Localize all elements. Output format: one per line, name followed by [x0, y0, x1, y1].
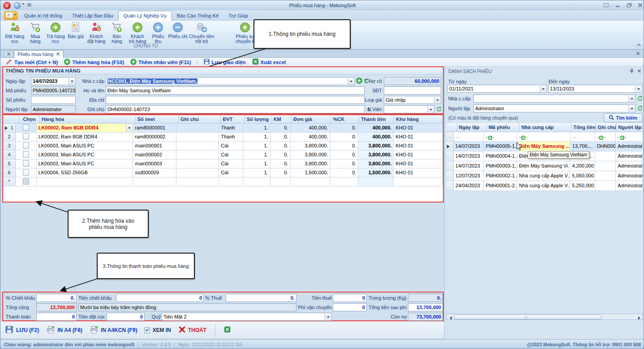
row-checkbox[interactable]: [23, 142, 29, 149]
minimize-button[interactable]: [613, 3, 622, 9]
panel-header-cell[interactable]: Tổng tiền: [571, 123, 596, 132]
new-button[interactable]: Tạo mới (Ctrl + N): [4, 58, 60, 66]
ribbon-item-1[interactable]: Đặt hàngncc: [4, 22, 26, 47]
preview-checkbox[interactable]: XEM IN: [144, 327, 171, 333]
add-staff-button[interactable]: Thêm nhân viên (F11): [129, 59, 193, 66]
row-checkbox[interactable]: [23, 151, 29, 158]
application-menu-button[interactable]: [4, 11, 17, 20]
ho-ten-input[interactable]: Điện Máy Samsung VietNam: [106, 86, 365, 95]
scroll-right-icon[interactable]: [638, 315, 642, 321]
item-row-5[interactable]: 5LK00003, Main ASUS PCmain000003Cái1.0.3…: [3, 159, 443, 168]
panel-header-cell[interactable]: Mã phiếu: [487, 123, 519, 132]
ribbon-item-5[interactable]: Kháchđặt hàng: [86, 22, 107, 47]
tong-sau-phi-input[interactable]: 13,700,000: [408, 303, 443, 311]
item-row-1[interactable]: 1LK00002, Ram 8GB DDR4ram80000001Thanh1.…: [3, 124, 443, 133]
item-row-3[interactable]: 3LK00003, Main ASUS PCmain000001Cái1.0.3…: [3, 142, 443, 151]
menu-tab-5[interactable]: Trợ Giúp: [223, 11, 253, 21]
grid-header-cell[interactable]: Hàng hóa: [40, 115, 136, 124]
phi-vc-input[interactable]: 0: [333, 303, 367, 311]
ghi-chu-input[interactable]: DHN00002-140723: [106, 105, 365, 113]
ribbon-item-11[interactable]: Phiếu xuchuyển k: [234, 22, 256, 47]
filter-cell[interactable]: aBc: [595, 132, 616, 142]
menu-tab-4[interactable]: Báo Cáo Thống Kê: [172, 11, 223, 21]
grid-header-cell[interactable]: %CK: [331, 115, 359, 124]
print-a4kcn-button[interactable]: IN A4KCN (F9): [90, 325, 137, 336]
filter-row[interactable]: ◦—aBcaBc—aBcaBc: [447, 132, 643, 142]
ribbon-item-2[interactable]: Mua hàng: [26, 22, 45, 47]
item-row-4[interactable]: 4LK00003, Main ASUS PCmain000002Cái1.0.3…: [3, 151, 443, 159]
grid-header-cell[interactable]: Số lượng: [245, 115, 272, 124]
combo-dropdown-icon[interactable]: [628, 105, 635, 112]
sdt-input[interactable]: [384, 86, 441, 95]
panel-nguoi-lap-combo[interactable]: Administrator: [473, 104, 635, 112]
item-row-6[interactable]: 6LK00004, SSD 256GBssd000009Cái1.0.1,500…: [3, 168, 443, 177]
fullscreen-button[interactable]: [601, 3, 610, 9]
horizontal-scrollbar[interactable]: [447, 314, 643, 320]
refresh-icon[interactable]: [637, 95, 643, 102]
filter-cell[interactable]: aBc: [517, 132, 570, 142]
orb-dropdown-icon[interactable]: [22, 5, 25, 10]
panel-header-cell[interactable]: Ngày lập: [457, 123, 487, 132]
menu-tab-3[interactable]: Quản Lý Nghiệp Vụ: [118, 11, 172, 21]
combo-dropdown-icon[interactable]: [325, 314, 331, 320]
date-dropdown-icon[interactable]: [540, 86, 546, 92]
pin-icon[interactable]: [629, 69, 634, 75]
pct-thue-input[interactable]: 0.: [226, 294, 296, 302]
filter-cell[interactable]: aBc: [616, 132, 643, 142]
quy-combo[interactable]: Tiền Mặt 2: [162, 313, 332, 321]
tab-scroll-button[interactable]: [4, 51, 13, 57]
loai-gia-combo[interactable]: Giá nhập: [384, 96, 441, 104]
voucher-row-1[interactable]: 14/07/2023PMH00005-1...Điện Máy Samsung …: [447, 142, 643, 151]
voucher-row-4[interactable]: 12/07/2023PMH00002-1...Nhà cung cấp Appl…: [447, 171, 643, 181]
voucher-row-5[interactable]: 24/04/2023PMH00001-2...Nhà cung cấp Appl…: [447, 181, 643, 191]
search-button[interactable]: Tìm kiếm: [604, 113, 642, 122]
combo-dropdown-icon[interactable]: [434, 97, 440, 103]
filter-cell[interactable]: ◦: [447, 132, 454, 142]
refresh-staff-icon[interactable]: [436, 106, 442, 112]
excel-button[interactable]: [224, 326, 231, 334]
grid-header-cell[interactable]: Số imei: [136, 115, 179, 124]
tien-coc-input[interactable]: 0: [107, 313, 145, 321]
panel-header-cell[interactable]: Nhà cung cấp: [519, 123, 571, 132]
grid-header-cell[interactable]: Kho hàng: [394, 115, 443, 124]
filter-cell[interactable]: —: [454, 132, 484, 142]
row-checkbox[interactable]: [23, 125, 29, 131]
app-logo-icon[interactable]: V: [3, 2, 11, 9]
panel-header-cell[interactable]: Ghi chú: [596, 123, 617, 132]
n-vien-combo[interactable]: [384, 105, 434, 113]
save-layout-button[interactable]: Lưu giao diện: [202, 58, 248, 66]
exit-button[interactable]: THOÁT: [178, 326, 206, 335]
ribbon-item-10[interactable]: Chuyển tiềnnội bộ: [188, 22, 215, 47]
thanh-toan-input[interactable]: 0: [36, 313, 77, 321]
date-dropdown-icon[interactable]: [635, 86, 641, 92]
combo-dropdown-icon[interactable]: [628, 95, 635, 102]
refresh-icon[interactable]: [637, 105, 643, 112]
voucher-row-3[interactable]: 14/07/2023PMH00003-1...Điện Máy Samsung …: [447, 161, 643, 171]
row-checkbox[interactable]: [23, 160, 29, 167]
tien-ck-input[interactable]: 0: [116, 294, 204, 302]
grid-header-cell[interactable]: ĐVT: [221, 115, 245, 124]
scroll-left-icon[interactable]: [448, 315, 452, 321]
menu-tab-2[interactable]: Thiết Lập Ban Đầu: [67, 11, 118, 21]
checkbox-checked-icon[interactable]: [144, 327, 150, 333]
tab-phieu-mua-hang[interactable]: Phiếu mua hàng: [14, 50, 64, 58]
tab-close-icon[interactable]: [56, 52, 60, 57]
panel-close-icon[interactable]: [637, 69, 641, 74]
item-row-2[interactable]: 2LK00002, Ram 8GB DDR4ram80000002Thanh1.…: [3, 133, 443, 142]
add-item-button[interactable]: Thêm hàng hóa (F10): [62, 59, 126, 66]
print-a4-button[interactable]: IN A4 (F6): [46, 325, 82, 336]
cell-dropdown-icon[interactable]: [126, 124, 132, 132]
den-ngay-input[interactable]: 13/11/2023: [548, 85, 642, 93]
ribbon-collapse-icon[interactable]: [636, 42, 641, 47]
filter-cell[interactable]: aBc: [484, 132, 517, 142]
nha-ccap-combo[interactable]: NCC001, Điện Máy Samsung VietNam,: [106, 77, 355, 85]
grid-header-cell[interactable]: Đơn giá: [292, 115, 331, 124]
grid-header-cell[interactable]: KM: [272, 115, 292, 124]
tien-thue-input[interactable]: 0: [333, 294, 367, 302]
grid-header-cell[interactable]: Thành tiền: [359, 115, 394, 124]
save-button[interactable]: LƯU (F2): [5, 325, 39, 336]
combo-dropdown-icon[interactable]: [427, 106, 434, 112]
ribbon-item-3[interactable]: Trả hàngncc: [45, 22, 66, 47]
quick-access-orb-icon[interactable]: [14, 2, 21, 9]
menu-tab-1[interactable]: Quản trị hệ thống: [19, 11, 67, 21]
